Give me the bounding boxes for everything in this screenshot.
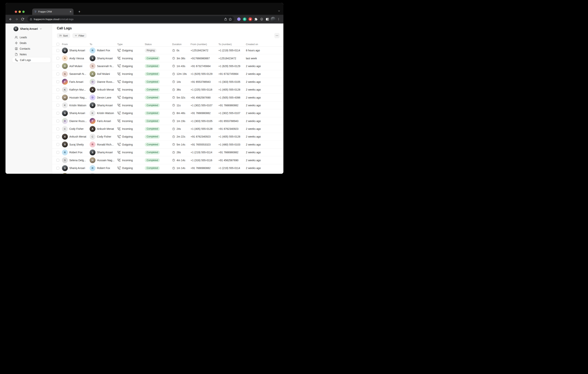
table-row[interactable]: RRobert Fox SShariq Ansari Incoming Comp… xyxy=(52,149,284,156)
outgoing-call-icon xyxy=(117,167,120,170)
tab-search-chevron-icon[interactable] xyxy=(278,10,280,12)
table-row[interactable]: HHussain Nag... DDevon Lane Outgoing Com… xyxy=(52,94,284,101)
leads-icon xyxy=(15,36,18,39)
back-button[interactable] xyxy=(8,16,13,22)
sidebar-item-notes[interactable]: Notes xyxy=(12,52,51,57)
filter-icon xyxy=(75,34,77,37)
table-row[interactable]: SSuraj Shetty RRonald Rich... Outgoing C… xyxy=(52,141,284,149)
row-checkbox[interactable] xyxy=(56,143,59,146)
more-options-icon xyxy=(275,34,278,37)
row-checkbox[interactable] xyxy=(56,104,59,107)
filter-button[interactable]: Filter xyxy=(72,33,87,38)
table-row[interactable]: FFaris Ansari DDianne Russ... Outgoing C… xyxy=(52,78,284,86)
incoming-call-icon xyxy=(117,104,120,107)
incoming-call-icon xyxy=(117,72,120,75)
to-avatar xyxy=(90,173,95,174)
profile-avatar[interactable] xyxy=(271,17,275,21)
column-header-status[interactable]: Status xyxy=(145,43,172,46)
reload-button[interactable] xyxy=(20,16,25,22)
sidebar-item-leads[interactable]: Leads xyxy=(12,34,51,40)
created-on: 2 weeks ago xyxy=(246,64,261,68)
table-row[interactable]: KKathryn Mur... AAnkush Menat Incoming C… xyxy=(52,86,284,94)
browser-menu-icon[interactable] xyxy=(276,17,281,21)
row-checkbox[interactable] xyxy=(56,57,59,60)
row-checkbox[interactable] xyxy=(56,135,59,138)
table-row[interactable]: CCody Fisher AAnkush Menat Incoming Comp… xyxy=(52,125,284,133)
column-header-from-number[interactable]: From (number) xyxy=(190,43,218,46)
row-checkbox[interactable] xyxy=(56,159,59,162)
browser-tab[interactable]: Frappe CRM ✕ xyxy=(32,9,74,15)
from-avatar: S xyxy=(62,110,68,116)
call-duration: 12m 19s xyxy=(177,72,187,75)
more-options-button[interactable] xyxy=(274,33,280,38)
grammarly-extension-icon[interactable]: G xyxy=(242,17,247,21)
row-checkbox[interactable] xyxy=(56,88,59,91)
table-row[interactable]: SShariq Ansari RRobert Fox Outgoing Ring… xyxy=(52,47,284,54)
from-avatar: S xyxy=(62,141,68,147)
table-row[interactable] xyxy=(52,172,284,174)
to-name: Robert Fox xyxy=(97,167,110,170)
url-bar[interactable]: frappecrm.frappe.cloud/crm/call-logs xyxy=(27,16,234,22)
github-extension-icon[interactable] xyxy=(236,17,241,21)
clock-icon xyxy=(172,96,175,99)
sort-button[interactable]: Sort xyxy=(57,33,70,38)
user-menu[interactable]: S Shariq Ansari xyxy=(5,26,52,32)
to-avatar: C xyxy=(90,134,95,140)
to-avatar: S xyxy=(90,150,95,155)
created-on: 2 weeks ago xyxy=(246,135,261,138)
row-checkbox[interactable] xyxy=(56,119,59,122)
row-checkbox[interactable] xyxy=(56,151,59,154)
to-number: +1 (219) 555-0114 xyxy=(218,167,240,170)
to-number: +91 4562587690 xyxy=(218,159,239,162)
new-tab-button[interactable]: + xyxy=(77,10,82,14)
maximize-window-button[interactable] xyxy=(22,11,25,13)
forward-button[interactable] xyxy=(14,16,19,22)
row-checkbox[interactable] xyxy=(56,49,59,52)
row-checkbox[interactable] xyxy=(56,96,59,99)
table-row[interactable]: SSelena Delg... HHussain Nag... Incoming… xyxy=(52,156,284,164)
table-row[interactable]: AAndy Viessa SShariq Ansari Incoming Com… xyxy=(52,54,284,62)
select-all-checkbox[interactable] xyxy=(56,43,59,46)
column-header-to-number[interactable]: To (number) xyxy=(218,43,246,46)
energy-saver-extension-icon[interactable] xyxy=(259,17,264,21)
call-duration: 1m 43s xyxy=(177,64,185,68)
call-duration: 1m 19s xyxy=(177,119,185,123)
from-avatar: C xyxy=(62,126,68,132)
column-header-from[interactable]: From xyxy=(62,43,90,46)
row-checkbox[interactable] xyxy=(56,128,59,130)
extensions-puzzle-icon[interactable] xyxy=(253,17,258,21)
row-checkbox[interactable] xyxy=(56,167,59,170)
from-number: +91 8762340923 xyxy=(190,135,211,138)
bookmark-star-icon[interactable] xyxy=(229,18,232,21)
row-checkbox[interactable] xyxy=(56,112,59,115)
from-avatar: K xyxy=(62,102,68,108)
table-row[interactable]: AAsif Mulani SSavannah N... Outgoing Com… xyxy=(52,62,284,70)
column-header-created-on[interactable]: Created on xyxy=(246,43,280,46)
table-row[interactable]: DDianne Russ... FFaris Ansari Incoming C… xyxy=(52,117,284,125)
table-row[interactable]: SShariq Ansari RRobert Fox Outgoing Comp… xyxy=(52,164,284,172)
row-checkbox[interactable] xyxy=(56,73,59,75)
tab-title: Frappe CRM xyxy=(38,11,68,13)
from-number: +91 6732745664 xyxy=(190,64,211,68)
row-checkbox[interactable] xyxy=(56,80,59,83)
share-icon[interactable] xyxy=(224,18,227,21)
column-header-duration[interactable]: Duration xyxy=(172,43,190,46)
sidebar-item-contacts[interactable]: Contacts xyxy=(12,46,51,51)
column-header-to[interactable]: To xyxy=(90,43,117,46)
row-checkbox[interactable] xyxy=(56,64,59,67)
table-row[interactable]: SSavannah N... AAsif Mulani Incoming Com… xyxy=(52,70,284,78)
table-row[interactable]: KKristin Watson SShariq Ansari Incoming … xyxy=(52,102,284,109)
from-avatar: S xyxy=(62,71,68,77)
call-type: Outgoing xyxy=(122,112,133,115)
call-type: Incoming xyxy=(122,159,133,162)
close-tab-icon[interactable]: ✕ xyxy=(70,11,72,13)
sidebar-item-call-logs[interactable]: Call Logs xyxy=(12,57,51,63)
adblock-extension-icon[interactable] xyxy=(248,17,253,21)
column-header-type[interactable]: Type xyxy=(117,43,145,46)
table-row[interactable]: AAnkush Menat CCody Fisher Outgoing Comp… xyxy=(52,133,284,140)
table-row[interactable]: SShariq Ansari KKristin Watson Outgoing … xyxy=(52,109,284,117)
reading-list-sidebar-icon[interactable] xyxy=(265,17,270,21)
sidebar-item-deals[interactable]: Deals xyxy=(12,40,51,46)
close-window-button[interactable] xyxy=(15,11,17,13)
minimize-window-button[interactable] xyxy=(19,11,21,13)
